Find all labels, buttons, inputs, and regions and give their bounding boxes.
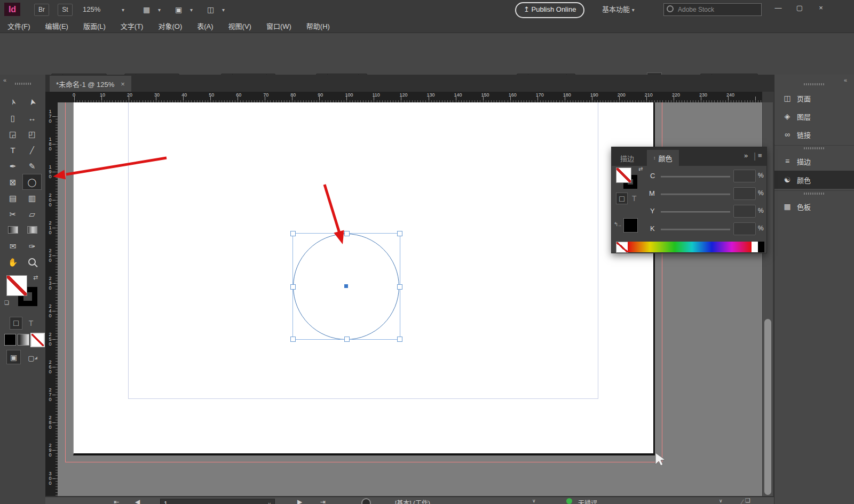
stock-button[interactable]: St: [58, 4, 73, 16]
ramp-none-swatch[interactable]: [616, 242, 628, 253]
tool-gradient-feather[interactable]: [22, 222, 42, 238]
apply-gradient-button[interactable]: [18, 334, 29, 346]
dock-item-pages[interactable]: ◫ 页面: [774, 89, 854, 107]
restore-button[interactable]: ▢: [789, 0, 810, 16]
dock-item-links[interactable]: ∞ 链接: [774, 125, 854, 143]
tool-pencil[interactable]: ✎: [22, 158, 42, 174]
toolbar-collapse-icon[interactable]: «: [3, 77, 6, 83]
last-page-button[interactable]: ⇥: [320, 498, 326, 504]
menu-type[interactable]: 文字(T): [121, 21, 144, 31]
dock-item-layers[interactable]: ◈ 图层: [774, 107, 854, 125]
handle-top-right[interactable]: [397, 231, 402, 236]
menu-file[interactable]: 文件(F): [7, 21, 30, 31]
panel-collapse-icon[interactable]: ↕: [653, 155, 656, 161]
zoom-level-chevron-icon[interactable]: ▾: [122, 7, 124, 13]
tool-line[interactable]: ╱: [22, 142, 42, 158]
tool-hand[interactable]: ✋: [3, 254, 22, 270]
preflight-icon[interactable]: [361, 498, 371, 504]
tool-free-transform[interactable]: ▱: [22, 206, 42, 222]
handle-bottom-center[interactable]: [344, 337, 350, 342]
zoom-level-value[interactable]: 125%: [83, 0, 100, 19]
document-tab[interactable]: *未命名-1 @ 125% ×: [50, 76, 131, 92]
ramp-white-swatch[interactable]: [752, 242, 758, 252]
handle-top-center[interactable]: [344, 231, 350, 236]
vertical-ruler[interactable]: 1701801902002102202302402502602702802903…: [45, 102, 58, 496]
tool-type[interactable]: T: [3, 142, 22, 158]
panel-double-chevron-icon[interactable]: »: [744, 151, 748, 159]
object-center-point[interactable]: [344, 284, 348, 288]
ramp-black-swatch[interactable]: [758, 242, 764, 252]
dock-item-color[interactable]: ☯ 颜色: [774, 171, 854, 189]
workspace-switcher[interactable]: 基本功能 ▾: [602, 0, 635, 19]
first-page-button[interactable]: ⇤: [114, 498, 119, 504]
tool-ellipse[interactable]: ◯: [22, 174, 42, 190]
panel-affects-container-button[interactable]: □: [616, 193, 628, 204]
tool-scissors[interactable]: ✂: [3, 206, 22, 222]
last-color-icon[interactable]: ↰..: [614, 221, 621, 227]
minimize-button[interactable]: —: [768, 0, 789, 16]
channel-c-slider[interactable]: [661, 176, 730, 178]
tool-rectangle-frame[interactable]: ⊠: [3, 174, 22, 190]
dock-item-stroke[interactable]: ≡ 描边: [774, 152, 854, 170]
swap-fill-stroke-icon[interactable]: ⇄: [33, 274, 38, 281]
close-button[interactable]: ×: [810, 0, 832, 16]
channel-y-value-field[interactable]: [733, 205, 756, 218]
menu-table[interactable]: 表(A): [197, 21, 213, 31]
previous-page-button[interactable]: ◀: [135, 498, 140, 504]
tool-direct-selection[interactable]: ➤: [22, 94, 42, 110]
preflight-chevron-icon[interactable]: ∨: [532, 498, 536, 503]
dock-gripper-1[interactable]: [804, 83, 825, 85]
bridge-button[interactable]: Br: [34, 4, 49, 16]
fill-proxy-swatch[interactable]: [6, 275, 27, 296]
apply-color-button[interactable]: [4, 334, 16, 346]
handle-middle-left[interactable]: [290, 284, 296, 290]
document-tab-close-icon[interactable]: ×: [121, 80, 125, 88]
toolbar-gripper[interactable]: [15, 83, 31, 85]
channel-y-slider[interactable]: [661, 211, 730, 213]
view-options-chevron-icon[interactable]: ▾: [158, 7, 161, 13]
handle-bottom-left[interactable]: [290, 337, 296, 342]
tool-gradient-swatch[interactable]: [3, 222, 22, 238]
channel-c-value-field[interactable]: [733, 170, 756, 182]
formatting-affects-container-button[interactable]: □: [10, 317, 22, 330]
channel-m-value-field[interactable]: [733, 187, 756, 200]
tool-zoom[interactable]: [22, 254, 42, 270]
color-spectrum-ramp[interactable]: [628, 242, 752, 252]
vertical-scrollbar-thumb[interactable]: [764, 319, 771, 495]
apply-none-button[interactable]: [30, 333, 45, 347]
tool-selection[interactable]: ➢: [3, 94, 22, 110]
status-chevron-icon[interactable]: ∨: [719, 498, 723, 503]
tool-content-placer[interactable]: ◰: [22, 126, 42, 142]
menu-help[interactable]: 帮助(H): [306, 21, 330, 31]
panel-menu-hamburger-icon[interactable]: ≡: [758, 151, 762, 159]
menu-window[interactable]: 窗口(W): [266, 21, 291, 31]
tool-horizontal-grid[interactable]: ▤: [3, 190, 22, 206]
channel-m-slider[interactable]: [661, 194, 730, 195]
dock-collapse-icon[interactable]: «: [844, 77, 847, 83]
page-number-field[interactable]: 1∨: [160, 499, 275, 504]
panel-fill-proxy[interactable]: [616, 167, 631, 183]
tool-page[interactable]: ▯: [3, 110, 22, 126]
horizontal-ruler[interactable]: 0102030405060708090100110120130140150160…: [58, 92, 762, 102]
channel-k-value-field[interactable]: [733, 222, 756, 235]
view-options-icon[interactable]: ▦: [143, 5, 150, 14]
panel-affects-text-button[interactable]: T: [632, 194, 637, 203]
tool-eyedropper[interactable]: ✑: [22, 238, 42, 254]
preflight-profile-label[interactable]: [基本] (工作): [395, 498, 430, 504]
dock-item-swatches[interactable]: ▦ 色板: [774, 197, 854, 215]
tool-pen[interactable]: ✒: [3, 158, 22, 174]
screen-layout-chevron-icon[interactable]: ▾: [222, 7, 225, 13]
normal-view-mode-button[interactable]: ▣: [6, 350, 21, 364]
menu-object[interactable]: 对象(O): [158, 21, 182, 31]
preview-mode-button[interactable]: ▢◢: [27, 352, 38, 364]
color-panel-titlebar[interactable]: 描边 ↕ 颜色 » | ≡: [612, 147, 766, 166]
formatting-affects-text-button[interactable]: T: [26, 318, 36, 329]
adobe-stock-search-input[interactable]: Adobe Stock: [663, 3, 762, 16]
dock-gripper-3[interactable]: [804, 193, 825, 195]
color-panel-tab-stroke[interactable]: 描边: [614, 150, 640, 166]
spread-view-icon[interactable]: ❏: [745, 497, 750, 504]
ruler-origin-box[interactable]: [45, 92, 58, 103]
tool-content-collector[interactable]: ◲: [3, 126, 22, 142]
color-panel-tab-color[interactable]: ↕ 颜色: [647, 150, 679, 166]
default-fill-stroke-icon[interactable]: ❏: [4, 300, 9, 306]
